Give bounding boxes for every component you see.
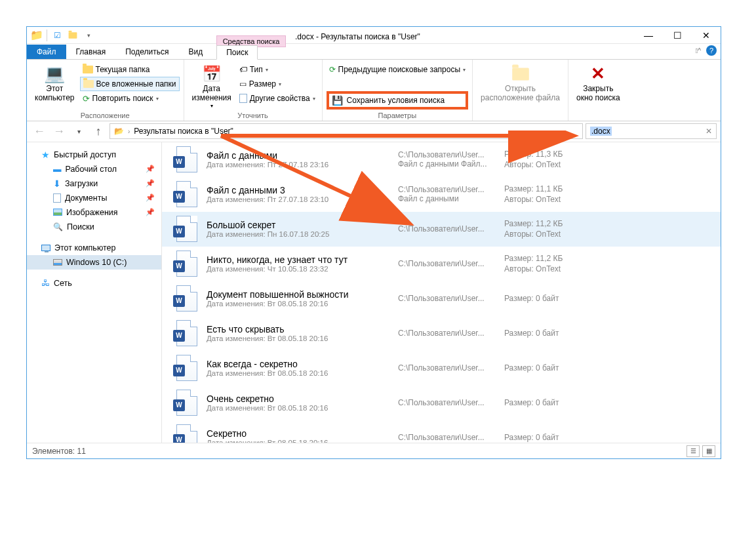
docx-file-icon: W (176, 285, 197, 312)
docx-file-icon: W (176, 181, 197, 207)
current-folder-button[interactable]: Текущая папка (80, 62, 180, 77)
ribbon-collapse-icon[interactable]: 𘚟^ (696, 47, 701, 54)
qat-new-folder-icon[interactable] (66, 28, 80, 43)
nav-documents[interactable]: Документы📌 (27, 191, 161, 205)
tab-search[interactable]: Поиск (216, 45, 258, 60)
result-row[interactable]: WКак всегда - секретноДата изменения: Вт… (162, 351, 721, 386)
file-name: Большой секрет (207, 220, 389, 230)
navbar: ← → ▾ ↑ 📂 › Результаты поиска в "User" .… (27, 121, 721, 142)
all-subfolders-button[interactable]: Все вложенные папки (80, 77, 180, 91)
size-button[interactable]: ▭Размер▾ (237, 77, 318, 91)
download-icon: ⬇ (53, 178, 61, 189)
file-size: Размер: 0 байт (504, 293, 559, 304)
result-row[interactable]: WНикто, никогда, не узнает что тутДата и… (162, 247, 721, 281)
statusbar: Элементов: 11 ☰ ▦ (27, 443, 721, 458)
clear-search-icon[interactable]: ✕ (706, 127, 712, 136)
nav-forward-button[interactable]: → (50, 123, 68, 140)
view-large-icons-button[interactable]: ▦ (702, 445, 715, 457)
recent-searches-button[interactable]: ⟳Предыдущие поисковые запросы▾ (327, 62, 469, 77)
file-size: Размер: 0 байт (504, 432, 559, 443)
nav-quick-access[interactable]: ★Быстрый доступ (27, 148, 161, 162)
file-snippet: Файл с данными (398, 194, 495, 203)
pin-icon: 📌 (146, 193, 155, 202)
qat-explorer-icon[interactable]: 📁 (30, 28, 44, 43)
nav-network[interactable]: 🖧Сеть (27, 276, 161, 291)
file-path: C:\Пользователи\User... (398, 259, 495, 268)
save-search-button[interactable]: 💾 Сохранить условия поиска (327, 91, 469, 110)
qat-customize-icon[interactable]: ▾ (81, 28, 96, 43)
tab-view[interactable]: Вид (178, 45, 212, 59)
file-path: C:\Пользователи\User... (398, 433, 495, 442)
docx-file-icon: W (176, 251, 197, 277)
tag-icon: 🏷 (239, 65, 247, 74)
result-row[interactable]: WДокумент повышенной выжностиДата измене… (162, 281, 721, 316)
nav-up-button[interactable]: ↑ (90, 123, 107, 140)
navigation-pane: ★Быстрый доступ ▬Рабочий стол📌 ⬇Загрузки… (27, 142, 162, 443)
this-pc-button[interactable]: 💻 Этот компьютер (31, 62, 79, 104)
ribbon-group-location: 💻 Этот компьютер Текущая папка Все вложе… (27, 60, 184, 121)
file-path: C:\Пользователи\User... (398, 185, 495, 194)
nav-this-pc[interactable]: Этот компьютер (27, 241, 161, 255)
file-size: Размер: 11,3 КБ (504, 149, 563, 159)
result-row[interactable]: WФайл с данными 3Дата изменения: Пт 27.0… (162, 177, 721, 212)
body: ★Быстрый доступ ▬Рабочий стол📌 ⬇Загрузки… (27, 142, 721, 443)
kind-button[interactable]: 🏷Тип▾ (237, 62, 318, 77)
file-size: Размер: 11,2 КБ (504, 253, 563, 264)
file-name: Никто, никогда, не узнает что тут (207, 254, 389, 265)
nav-drive-c[interactable]: Windows 10 (C:) (27, 255, 161, 270)
docx-file-icon: W (176, 355, 197, 381)
file-size: Размер: 11,2 КБ (504, 218, 563, 229)
calendar-icon: 📅 (201, 64, 222, 85)
tab-share[interactable]: Поделиться (115, 45, 178, 59)
tab-home[interactable]: Главная (66, 45, 116, 59)
file-date: Дата изменения: Пт 27.07.18 23:10 (207, 195, 389, 203)
close-button[interactable]: ✕ (692, 27, 721, 44)
file-name: Документ повышенной выжности (207, 289, 389, 300)
help-icon[interactable]: ? (706, 45, 717, 56)
nav-downloads[interactable]: ⬇Загрузки📌 (27, 176, 161, 191)
file-size: Размер: 0 байт (504, 328, 559, 338)
nav-desktop[interactable]: ▬Рабочий стол📌 (27, 162, 161, 176)
view-details-button[interactable]: ☰ (686, 445, 700, 457)
results-list: WФайл с даннымиДата изменения: Пт 27.07.… (162, 142, 721, 443)
close-search-button[interactable]: ✕ Закрыть окно поиска (572, 62, 624, 104)
file-date: Дата изменения: Вт 08.05.18 20:16 (207, 334, 389, 342)
file-size: Размер: 0 байт (504, 397, 559, 408)
other-properties-button[interactable]: Другие свойства▾ (237, 91, 318, 106)
file-author: Авторы: OnText (504, 194, 563, 205)
qat-properties-icon[interactable]: ☑ (50, 28, 64, 43)
window-title: .docx - Результаты поиска в "User" (295, 29, 420, 41)
file-author: Авторы: OnText (504, 264, 563, 274)
file-name: Файл с данными 3 (207, 185, 389, 195)
nav-back-button[interactable]: ← (31, 123, 48, 140)
address-bar[interactable]: 📂 › Результаты поиска в "User" (109, 123, 583, 139)
result-row[interactable]: WФайл с даннымиДата изменения: Пт 27.07.… (162, 142, 721, 177)
docx-file-icon: W (176, 390, 197, 416)
file-date: Дата изменения: Чт 10.05.18 23:32 (207, 265, 389, 273)
search-box[interactable]: .docx ✕ (586, 123, 717, 139)
maximize-button[interactable]: ☐ (663, 27, 692, 44)
doc-icon (239, 94, 247, 103)
search-results-icon: 📂 (114, 127, 124, 136)
result-row[interactable]: WСекретноДата изменения: Вт 08.05.18 20:… (162, 420, 721, 443)
file-snippet: Файл с данными Файл... (398, 159, 495, 169)
minimize-button[interactable]: — (634, 27, 663, 44)
result-row[interactable]: WОчень секретноДата изменения: Вт 08.05.… (162, 386, 721, 420)
file-name: Очень секретно (207, 394, 389, 404)
nav-pictures[interactable]: Изображения📌 (27, 205, 161, 220)
result-row[interactable]: WБольшой секретДата изменения: Пн 16.07.… (162, 212, 721, 247)
date-modified-button[interactable]: 📅 Дата изменения▾ (188, 62, 235, 110)
repeat-search-button[interactable]: ⟳Повторить поиск▾ (80, 91, 180, 106)
result-row[interactable]: WЕсть что скрыватьДата изменения: Вт 08.… (162, 316, 721, 351)
file-author: Авторы: OnText (504, 159, 563, 170)
nav-searches[interactable]: 🔍Поиски (27, 220, 161, 234)
file-date: Дата изменения: Вт 08.05.18 20:16 (207, 369, 389, 377)
close-x-icon: ✕ (587, 64, 608, 85)
nav-history-button[interactable]: ▾ (70, 123, 87, 140)
file-path: C:\Пользователи\User... (398, 363, 495, 373)
open-location-button: Открыть расположение файла (477, 62, 564, 104)
search-icon: 🔍 (53, 222, 63, 232)
file-date: Дата изменения: Пт 27.07.18 23:16 (207, 161, 389, 169)
tab-file[interactable]: Файл (27, 45, 66, 59)
file-name: Секретно (207, 428, 389, 439)
